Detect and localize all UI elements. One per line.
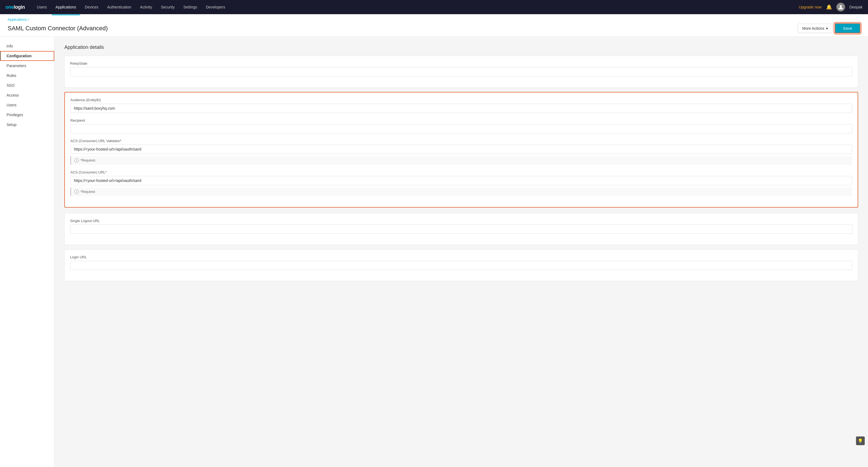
user-name: Deepak xyxy=(849,5,863,9)
login-url-input[interactable] xyxy=(70,261,852,270)
nav-users[interactable]: Users xyxy=(33,3,51,11)
lightbulb-icon: 💡 xyxy=(858,438,863,443)
sidebar-item-access[interactable]: Access xyxy=(0,90,54,100)
avatar[interactable] xyxy=(836,3,845,11)
relay-state-section: RelayState xyxy=(64,56,858,88)
logo-one: one xyxy=(5,4,14,10)
main-layout: Info Configuration Parameters Rules SSO … xyxy=(0,37,868,467)
page-header-row: SAML Custom Connector (Advanced) More Ac… xyxy=(8,23,860,36)
sidebar-item-users-label: Users xyxy=(6,103,17,107)
sidebar-item-users[interactable]: Users xyxy=(0,100,54,110)
single-logout-label: Single Logout URL xyxy=(70,219,852,223)
breadcrumb[interactable]: Applications / xyxy=(8,18,860,22)
relay-state-group: RelayState xyxy=(70,61,852,77)
info-icon-text: i xyxy=(76,159,77,162)
sidebar-item-parameters[interactable]: Parameters xyxy=(0,61,54,71)
acs-validator-group: ACS (Consumer) URL Validator* i *Require… xyxy=(70,139,852,165)
acs-url-required-note: i *Required xyxy=(70,187,852,196)
chevron-down-icon: ▾ xyxy=(826,26,828,31)
single-logout-group: Single Logout URL xyxy=(70,219,852,234)
relay-state-input[interactable] xyxy=(70,67,852,77)
top-navigation: onelogin Users Applications Devices Auth… xyxy=(0,0,868,14)
highlighted-section: Audience (EntityID) Recipient ACS (Consu… xyxy=(64,92,858,208)
audience-input[interactable] xyxy=(70,104,852,113)
audience-group: Audience (EntityID) xyxy=(70,98,852,113)
acs-validator-required-note: i *Required. xyxy=(70,156,852,165)
login-url-section: Login URL xyxy=(64,249,858,281)
login-url-group: Login URL xyxy=(70,255,852,270)
nav-settings[interactable]: Settings xyxy=(180,3,201,11)
single-logout-section: Single Logout URL xyxy=(64,213,858,245)
page-header: Applications / SAML Custom Connector (Ad… xyxy=(0,14,868,37)
acs-validator-input[interactable] xyxy=(70,145,852,154)
sidebar-item-info[interactable]: Info xyxy=(0,41,54,51)
main-content: Application details RelayState Audience … xyxy=(55,37,868,467)
sidebar-item-sso[interactable]: SSO xyxy=(0,81,54,90)
header-actions: More Actions ▾ Save xyxy=(798,23,860,33)
save-button[interactable]: Save xyxy=(835,23,860,33)
more-actions-label: More Actions xyxy=(802,26,825,31)
upgrade-link[interactable]: Upgrade now xyxy=(799,5,822,9)
sidebar-item-configuration[interactable]: Configuration xyxy=(0,51,54,61)
acs-url-required-text: *Required xyxy=(81,190,95,194)
sidebar-item-configuration-label: Configuration xyxy=(6,54,32,58)
info-circle-icon: i xyxy=(74,158,79,163)
acs-url-input[interactable] xyxy=(70,176,852,185)
acs-validator-label: ACS (Consumer) URL Validator* xyxy=(70,139,852,143)
acs-url-label: ACS (Consumer) URL* xyxy=(70,170,852,174)
info-icon-text-2: i xyxy=(76,191,77,194)
nav-activity[interactable]: Activity xyxy=(136,3,156,11)
relay-state-label: RelayState xyxy=(70,61,852,65)
recipient-input[interactable] xyxy=(70,124,852,134)
sidebar-item-privileges-label: Privileges xyxy=(6,113,23,117)
svg-point-0 xyxy=(840,5,842,7)
sidebar-item-privileges[interactable]: Privileges xyxy=(0,110,54,120)
sidebar: Info Configuration Parameters Rules SSO … xyxy=(0,37,55,467)
sidebar-item-setup-label: Setup xyxy=(6,122,17,127)
nav-devices[interactable]: Devices xyxy=(81,3,102,11)
sidebar-item-parameters-label: Parameters xyxy=(6,63,26,68)
info-circle-icon-2: i xyxy=(74,189,79,194)
login-url-label: Login URL xyxy=(70,255,852,259)
nav-security[interactable]: Security xyxy=(157,3,179,11)
single-logout-input[interactable] xyxy=(70,225,852,234)
section-title: Application details xyxy=(64,45,858,50)
nav-right: Upgrade now 🔔 Deepak xyxy=(799,3,863,11)
bell-icon[interactable]: 🔔 xyxy=(826,4,832,10)
page-title: SAML Custom Connector (Advanced) xyxy=(8,25,108,32)
more-actions-button[interactable]: More Actions ▾ xyxy=(798,24,833,33)
recipient-label: Recipient xyxy=(70,118,852,122)
audience-label: Audience (EntityID) xyxy=(70,98,852,102)
sidebar-item-rules-label: Rules xyxy=(6,74,17,78)
sidebar-item-access-label: Access xyxy=(6,93,19,97)
nav-authentication[interactable]: Authentication xyxy=(103,3,135,11)
sidebar-item-rules[interactable]: Rules xyxy=(0,71,54,81)
nav-developers[interactable]: Developers xyxy=(202,3,229,11)
sidebar-item-sso-label: SSO xyxy=(6,83,15,88)
acs-validator-required-text: *Required. xyxy=(81,158,96,162)
sidebar-item-setup[interactable]: Setup xyxy=(0,120,54,129)
sidebar-item-info-label: Info xyxy=(6,44,13,48)
nav-links: Users Applications Devices Authenticatio… xyxy=(33,3,799,11)
acs-url-group: ACS (Consumer) URL* i *Required xyxy=(70,170,852,196)
logo[interactable]: onelogin xyxy=(5,4,25,10)
recipient-group: Recipient xyxy=(70,118,852,134)
nav-applications[interactable]: Applications xyxy=(52,3,80,11)
scroll-hint-button[interactable]: 💡 xyxy=(856,436,865,445)
logo-login: login xyxy=(14,4,25,10)
